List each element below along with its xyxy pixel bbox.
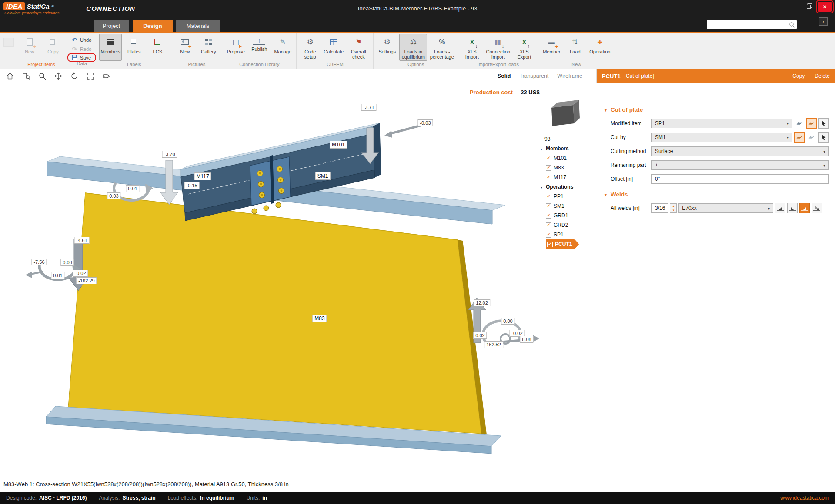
new-project-item-button[interactable]: New <box>18 34 41 61</box>
checkbox-m101[interactable] <box>546 156 551 161</box>
tab-materials[interactable]: Materials <box>176 20 220 32</box>
new-operation-button[interactable]: Operation <box>587 34 612 61</box>
copy-project-item-button[interactable]: Copy <box>42 34 64 61</box>
tab-design[interactable]: Design <box>133 20 173 32</box>
weld-size-input[interactable]: 3/16 <box>651 203 668 213</box>
stepper-up-icon[interactable]: ▲ <box>670 204 676 208</box>
calculate-button[interactable]: Calculate <box>322 34 345 61</box>
collapse-arrow-icon[interactable] <box>604 191 608 198</box>
tree-item-grd1[interactable]: GRD1 <box>554 212 568 219</box>
delete-operation-button[interactable]: Delete <box>815 73 830 79</box>
save-button[interactable]: Save <box>69 54 94 61</box>
search-box[interactable] <box>707 20 797 29</box>
section-welds[interactable]: Welds <box>604 191 829 198</box>
weld-type-button-3[interactable] <box>799 203 810 213</box>
chevron-down-icon[interactable] <box>539 146 544 152</box>
cut-by-dropdown[interactable]: SM1 <box>651 133 792 142</box>
new-member-button[interactable]: Member <box>540 34 563 61</box>
plates-labels-button[interactable]: Plates <box>123 34 145 61</box>
weld-type-button-2[interactable] <box>787 203 798 213</box>
modified-item-dropdown[interactable]: SP1 <box>651 119 792 128</box>
remaining-part-dropdown[interactable]: + <box>651 160 829 170</box>
new-load-button[interactable]: Load <box>564 34 586 61</box>
propose-button[interactable]: Propose <box>224 34 247 61</box>
zoom-button[interactable] <box>36 70 49 82</box>
overall-check-button[interactable]: Overall check <box>346 34 371 61</box>
tree-group-operations[interactable]: Operations <box>546 184 573 190</box>
pick-in-scene-button[interactable] <box>818 132 829 143</box>
checkbox-m117[interactable] <box>546 175 551 180</box>
tree-item-sp1[interactable]: SP1 <box>554 232 564 238</box>
girder-web-m83[interactable] <box>68 193 481 434</box>
loads-percentage-button[interactable]: Loads - percentage <box>428 34 456 61</box>
tree-item-grd2[interactable]: GRD2 <box>554 222 568 228</box>
tab-project[interactable]: Project <box>94 20 129 32</box>
loads-in-equilibrium-button[interactable]: Loads in equilibrium <box>399 34 427 61</box>
xls-export-button[interactable]: XLS Export <box>513 34 535 61</box>
tree-item-m83[interactable]: M83 <box>554 165 564 171</box>
tree-item-m101[interactable]: M101 <box>554 155 567 161</box>
offset-input[interactable]: 0" <box>651 174 829 184</box>
checkbox-m83[interactable] <box>546 165 551 171</box>
connection-import-button[interactable]: Connection Import <box>484 34 512 61</box>
plates-icon[interactable] <box>794 118 805 129</box>
xls-import-button[interactable]: XLS Import <box>461 34 483 61</box>
publish-button[interactable]: Publish <box>248 34 271 61</box>
info-button[interactable]: i <box>819 17 828 26</box>
mode-transparent[interactable]: Transparent <box>519 73 548 79</box>
website-link[interactable]: www.ideastatica.com <box>780 495 829 501</box>
checkbox-sp1[interactable] <box>546 232 551 238</box>
electrode-dropdown[interactable]: E70xx <box>678 203 773 213</box>
code-setup-button[interactable]: Code setup <box>299 34 321 61</box>
checkbox-pp1[interactable] <box>546 194 551 199</box>
cutting-method-dropdown[interactable]: Surface <box>651 146 829 156</box>
gallery-button[interactable]: Gallery <box>197 34 220 61</box>
tree-root-93[interactable]: 93 <box>544 136 550 142</box>
rotate-view-button[interactable] <box>68 70 81 82</box>
redo-button[interactable]: Redo <box>69 45 94 53</box>
checkbox-sm1[interactable] <box>546 203 551 209</box>
pick-in-scene-button[interactable] <box>818 118 829 129</box>
tree-item-pp1[interactable]: PP1 <box>554 193 564 199</box>
bolt[interactable] <box>264 206 269 211</box>
edit-plate-button[interactable] <box>806 118 817 129</box>
weld-type-button-4[interactable] <box>812 203 822 213</box>
pan-button[interactable] <box>52 70 65 82</box>
copy-operation-button[interactable]: Copy <box>792 73 805 79</box>
orientation-cube[interactable] <box>551 100 580 126</box>
home-view-button[interactable] <box>3 70 17 82</box>
bolt[interactable] <box>276 202 281 208</box>
settings-button[interactable]: Settings <box>376 34 398 61</box>
select-member-button[interactable] <box>794 132 805 143</box>
chevron-down-icon[interactable] <box>539 184 544 190</box>
mode-wireframe[interactable]: Wireframe <box>557 73 582 79</box>
checkbox-pcut1[interactable] <box>547 242 553 247</box>
bolt[interactable] <box>252 209 257 214</box>
collapse-arrow-icon[interactable] <box>604 106 608 113</box>
stepper-down-icon[interactable]: ▼ <box>670 208 676 212</box>
weld-size-stepper[interactable]: ▲▼ <box>670 203 677 213</box>
close-button[interactable]: ✕ <box>818 2 832 12</box>
fit-view-button[interactable] <box>84 70 97 82</box>
zoom-window-button[interactable] <box>20 70 33 82</box>
tree-item-m117[interactable]: M117 <box>554 174 566 180</box>
label-tool-button[interactable] <box>100 70 113 82</box>
tree-group-members[interactable]: Members <box>546 146 569 152</box>
3d-scene[interactable] <box>0 83 597 492</box>
new-picture-button[interactable]: New <box>174 34 196 61</box>
tree-item-pcut1-selected[interactable]: PCUT1 <box>546 239 579 249</box>
lcs-button[interactable]: LCS <box>146 34 169 61</box>
mode-solid[interactable]: Solid <box>498 73 511 79</box>
3d-viewport[interactable]: Production cost - 22 US$ -3.71 -0.03 M10… <box>0 83 597 492</box>
checkbox-grd1[interactable] <box>546 213 551 219</box>
manage-button[interactable]: Manage <box>271 34 294 61</box>
tree-item-sm1[interactable]: SM1 <box>554 203 564 209</box>
members-labels-button[interactable]: Members <box>99 34 122 61</box>
section-cut-of-plate[interactable]: Cut of plate <box>604 106 829 113</box>
checkbox-grd2[interactable] <box>546 222 551 228</box>
minimize-button[interactable]: – <box>788 2 799 11</box>
undo-button[interactable]: Undo <box>69 36 94 44</box>
search-input[interactable] <box>707 22 789 28</box>
maximize-button[interactable] <box>803 2 814 11</box>
weld-type-button-1[interactable] <box>775 203 785 213</box>
